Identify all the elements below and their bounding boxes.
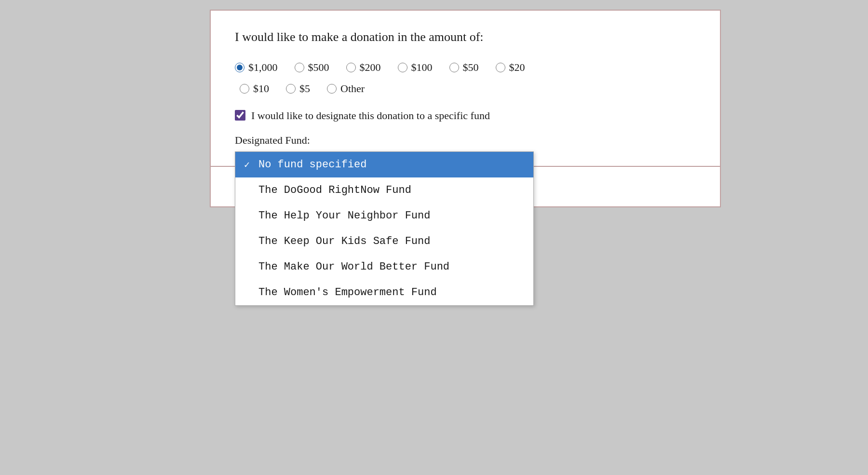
dropdown-option-womens[interactable]: The Women's Empowerment Fund <box>235 280 533 305</box>
checkmark-icon: ✓ <box>244 159 254 171</box>
dropdown-option-label-4: The Make Our World Better Fund <box>258 261 449 273</box>
dropdown-menu[interactable]: ✓ No fund specified The DoGood RightNow … <box>235 151 534 306</box>
checkmark-empty-2 <box>244 210 254 221</box>
radio-200[interactable] <box>346 63 356 72</box>
dropdown-option-keep-kids[interactable]: The Keep Our Kids Safe Fund <box>235 229 533 254</box>
radio-item-1000[interactable]: $1,000 <box>235 61 278 74</box>
dropdown-option-help-neighbor[interactable]: The Help Your Neighbor Fund <box>235 203 533 229</box>
radio-100[interactable] <box>398 63 407 72</box>
radio-other[interactable] <box>327 84 337 94</box>
dropdown-option-label-0: No fund specified <box>258 159 366 171</box>
dropdown-option-no-fund[interactable]: ✓ No fund specified <box>235 152 533 177</box>
radio-label-1000: $1,000 <box>248 61 278 74</box>
checkmark-empty-3 <box>244 236 254 247</box>
dropdown-option-label-3: The Keep Our Kids Safe Fund <box>258 235 430 247</box>
donation-title: I would like to make a donation in the a… <box>235 30 696 44</box>
radio-item-200[interactable]: $200 <box>346 61 381 74</box>
radio-item-100[interactable]: $100 <box>398 61 433 74</box>
designate-checkbox[interactable] <box>235 110 245 121</box>
radio-item-other[interactable]: Other <box>327 82 365 95</box>
radio-item-10[interactable]: $10 <box>240 82 269 95</box>
radio-item-5[interactable]: $5 <box>286 82 310 95</box>
radio-label-other: Other <box>340 82 365 95</box>
checkmark-empty-4 <box>244 261 254 272</box>
radio-label-500: $500 <box>308 61 329 74</box>
radio-label-50: $50 <box>463 61 479 74</box>
radio-item-50[interactable]: $50 <box>449 61 479 74</box>
radio-row-1: $1,000 $500 $200 $100 $50 <box>235 61 696 74</box>
radio-20[interactable] <box>496 63 505 72</box>
radio-label-200: $200 <box>360 61 381 74</box>
form-wrapper: I would like to make a donation in the a… <box>210 0 721 207</box>
page-container: I would like to make a donation in the a… <box>0 0 868 475</box>
radio-row-2: $10 $5 Other <box>235 82 696 95</box>
designate-checkbox-row: I would like to designate this donation … <box>235 109 696 123</box>
designate-label[interactable]: I would like to designate this donation … <box>251 109 490 123</box>
radio-1000[interactable] <box>235 63 244 72</box>
dropdown-option-label-1: The DoGood RightNow Fund <box>258 184 411 196</box>
radio-10[interactable] <box>240 84 249 94</box>
dropdown-option-dogood[interactable]: The DoGood RightNow Fund <box>235 177 533 203</box>
dropdown-option-label-5: The Women's Empowerment Fund <box>258 286 437 299</box>
designated-fund-label: Designated Fund: <box>235 134 696 147</box>
checkmark-empty-1 <box>244 185 254 196</box>
radio-5[interactable] <box>286 84 296 94</box>
top-section-box: I would like to make a donation in the a… <box>210 10 721 167</box>
radio-item-20[interactable]: $20 <box>496 61 525 74</box>
radio-label-5: $5 <box>299 82 310 95</box>
radio-50[interactable] <box>449 63 459 72</box>
checkmark-empty-5 <box>244 287 254 298</box>
radio-item-500[interactable]: $500 <box>295 61 329 74</box>
dropdown-option-label-2: The Help Your Neighbor Fund <box>258 210 430 222</box>
dropdown-option-make-world[interactable]: The Make Our World Better Fund <box>235 254 533 280</box>
radio-label-100: $100 <box>411 61 433 74</box>
radio-label-10: $10 <box>253 82 269 95</box>
radio-label-20: $20 <box>509 61 525 74</box>
radio-500[interactable] <box>295 63 304 72</box>
